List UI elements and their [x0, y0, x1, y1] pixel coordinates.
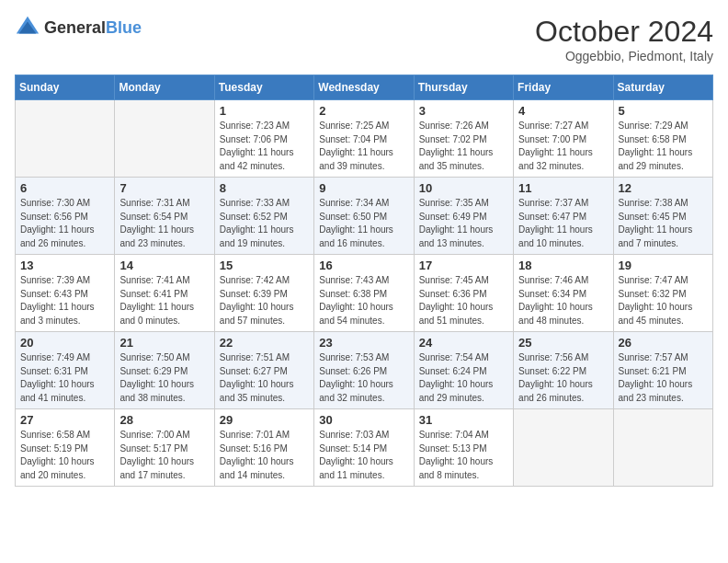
- day-number: 20: [20, 336, 109, 350]
- day-info: Sunrise: 7:50 AM Sunset: 6:29 PM Dayligh…: [119, 351, 209, 405]
- day-number: 3: [419, 104, 508, 118]
- calendar-cell: 25Sunrise: 7:56 AM Sunset: 6:22 PM Dayli…: [514, 332, 613, 409]
- day-number: 21: [119, 336, 209, 350]
- day-number: 12: [619, 181, 708, 195]
- month-title: October 2024: [535, 15, 713, 49]
- calendar-cell: 9Sunrise: 7:34 AM Sunset: 6:50 PM Daylig…: [314, 178, 414, 255]
- calendar-cell: [613, 409, 712, 487]
- day-number: 8: [220, 181, 309, 195]
- day-info: Sunrise: 7:38 AM Sunset: 6:45 PM Dayligh…: [619, 197, 708, 250]
- day-number: 31: [419, 413, 508, 427]
- page-header: GeneralBlue October 2024 Oggebbio, Piedm…: [15, 15, 713, 63]
- weekday-header-wednesday: Wednesday: [314, 75, 414, 100]
- calendar-cell: 13Sunrise: 7:39 AM Sunset: 6:43 PM Dayli…: [16, 255, 115, 332]
- day-number: 30: [319, 413, 408, 427]
- day-number: 25: [518, 336, 608, 350]
- day-info: Sunrise: 7:53 AM Sunset: 6:26 PM Dayligh…: [319, 351, 408, 405]
- calendar-cell: 15Sunrise: 7:42 AM Sunset: 6:39 PM Dayli…: [214, 255, 313, 332]
- day-info: Sunrise: 7:39 AM Sunset: 6:43 PM Dayligh…: [20, 274, 109, 327]
- day-info: Sunrise: 7:34 AM Sunset: 6:50 PM Dayligh…: [319, 197, 408, 250]
- logo-blue-text: Blue: [106, 18, 142, 37]
- day-info: Sunrise: 7:04 AM Sunset: 5:13 PM Dayligh…: [419, 429, 508, 482]
- day-number: 10: [419, 181, 508, 195]
- day-info: Sunrise: 7:57 AM Sunset: 6:21 PM Dayligh…: [619, 351, 708, 405]
- calendar-cell: 5Sunrise: 7:29 AM Sunset: 6:58 PM Daylig…: [613, 100, 712, 178]
- weekday-header-row: SundayMondayTuesdayWednesdayThursdayFrid…: [16, 75, 713, 100]
- day-info: Sunrise: 7:25 AM Sunset: 7:04 PM Dayligh…: [319, 120, 408, 173]
- calendar-cell: 23Sunrise: 7:53 AM Sunset: 6:26 PM Dayli…: [314, 332, 414, 409]
- calendar-cell: 26Sunrise: 7:57 AM Sunset: 6:21 PM Dayli…: [613, 332, 712, 409]
- calendar-cell: 21Sunrise: 7:50 AM Sunset: 6:29 PM Dayli…: [115, 332, 214, 409]
- day-info: Sunrise: 6:58 AM Sunset: 5:19 PM Dayligh…: [20, 429, 109, 482]
- day-number: 19: [619, 259, 708, 272]
- day-info: Sunrise: 7:29 AM Sunset: 6:58 PM Dayligh…: [619, 120, 708, 173]
- day-info: Sunrise: 7:33 AM Sunset: 6:52 PM Dayligh…: [220, 197, 309, 250]
- day-info: Sunrise: 7:00 AM Sunset: 5:17 PM Dayligh…: [119, 429, 209, 482]
- calendar-cell: 10Sunrise: 7:35 AM Sunset: 6:49 PM Dayli…: [414, 178, 513, 255]
- calendar-table: SundayMondayTuesdayWednesdayThursdayFrid…: [15, 75, 713, 487]
- calendar-cell: 3Sunrise: 7:26 AM Sunset: 7:02 PM Daylig…: [414, 100, 513, 178]
- calendar-cell: 17Sunrise: 7:45 AM Sunset: 6:36 PM Dayli…: [414, 255, 513, 332]
- calendar-cell: 27Sunrise: 6:58 AM Sunset: 5:19 PM Dayli…: [16, 409, 115, 487]
- calendar-cell: 24Sunrise: 7:54 AM Sunset: 6:24 PM Dayli…: [414, 332, 513, 409]
- calendar-cell: 7Sunrise: 7:31 AM Sunset: 6:54 PM Daylig…: [115, 178, 214, 255]
- day-number: 7: [119, 181, 209, 195]
- calendar-week-3: 13Sunrise: 7:39 AM Sunset: 6:43 PM Dayli…: [16, 255, 713, 332]
- calendar-cell: 8Sunrise: 7:33 AM Sunset: 6:52 PM Daylig…: [214, 178, 313, 255]
- day-number: 14: [119, 259, 209, 272]
- weekday-header-tuesday: Tuesday: [214, 75, 313, 100]
- weekday-header-thursday: Thursday: [414, 75, 513, 100]
- day-info: Sunrise: 7:03 AM Sunset: 5:14 PM Dayligh…: [319, 429, 408, 482]
- title-block: October 2024 Oggebbio, Piedmont, Italy: [535, 15, 713, 63]
- day-info: Sunrise: 7:01 AM Sunset: 5:16 PM Dayligh…: [220, 429, 309, 482]
- calendar-cell: 6Sunrise: 7:30 AM Sunset: 6:56 PM Daylig…: [16, 178, 115, 255]
- day-info: Sunrise: 7:46 AM Sunset: 6:34 PM Dayligh…: [518, 274, 608, 327]
- day-info: Sunrise: 7:56 AM Sunset: 6:22 PM Dayligh…: [518, 351, 608, 405]
- day-info: Sunrise: 7:26 AM Sunset: 7:02 PM Dayligh…: [419, 120, 508, 173]
- day-info: Sunrise: 7:43 AM Sunset: 6:38 PM Dayligh…: [319, 274, 408, 327]
- day-info: Sunrise: 7:37 AM Sunset: 6:47 PM Dayligh…: [518, 197, 608, 250]
- day-info: Sunrise: 7:30 AM Sunset: 6:56 PM Dayligh…: [20, 197, 109, 250]
- day-info: Sunrise: 7:41 AM Sunset: 6:41 PM Dayligh…: [119, 274, 209, 327]
- calendar-week-5: 27Sunrise: 6:58 AM Sunset: 5:19 PM Dayli…: [16, 409, 713, 487]
- calendar-cell: 1Sunrise: 7:23 AM Sunset: 7:06 PM Daylig…: [214, 100, 313, 178]
- day-info: Sunrise: 7:47 AM Sunset: 6:32 PM Dayligh…: [619, 274, 708, 327]
- calendar-week-1: 1Sunrise: 7:23 AM Sunset: 7:06 PM Daylig…: [16, 100, 713, 178]
- day-number: 1: [220, 104, 309, 118]
- day-number: 17: [419, 259, 508, 272]
- weekday-header-friday: Friday: [514, 75, 613, 100]
- calendar-cell: 16Sunrise: 7:43 AM Sunset: 6:38 PM Dayli…: [314, 255, 414, 332]
- calendar-cell: 11Sunrise: 7:37 AM Sunset: 6:47 PM Dayli…: [514, 178, 613, 255]
- calendar-cell: [514, 409, 613, 487]
- calendar-cell: 29Sunrise: 7:01 AM Sunset: 5:16 PM Dayli…: [214, 409, 313, 487]
- calendar-week-2: 6Sunrise: 7:30 AM Sunset: 6:56 PM Daylig…: [16, 178, 713, 255]
- day-number: 27: [20, 413, 109, 427]
- day-info: Sunrise: 7:23 AM Sunset: 7:06 PM Dayligh…: [220, 120, 309, 173]
- weekday-header-sunday: Sunday: [16, 75, 115, 100]
- weekday-header-monday: Monday: [115, 75, 214, 100]
- calendar-cell: 2Sunrise: 7:25 AM Sunset: 7:04 PM Daylig…: [314, 100, 414, 178]
- calendar-cell: 18Sunrise: 7:46 AM Sunset: 6:34 PM Dayli…: [514, 255, 613, 332]
- calendar-cell: 31Sunrise: 7:04 AM Sunset: 5:13 PM Dayli…: [414, 409, 513, 487]
- logo-general-text: General: [44, 18, 106, 37]
- location-text: Oggebbio, Piedmont, Italy: [535, 49, 713, 63]
- day-number: 6: [20, 181, 109, 195]
- calendar-cell: [115, 100, 214, 178]
- day-number: 5: [619, 104, 708, 118]
- logo-icon: [15, 15, 40, 40]
- calendar-cell: 30Sunrise: 7:03 AM Sunset: 5:14 PM Dayli…: [314, 409, 414, 487]
- day-info: Sunrise: 7:27 AM Sunset: 7:00 PM Dayligh…: [518, 120, 608, 173]
- calendar-cell: [16, 100, 115, 178]
- day-number: 28: [119, 413, 209, 427]
- calendar-cell: 12Sunrise: 7:38 AM Sunset: 6:45 PM Dayli…: [613, 178, 712, 255]
- calendar-cell: 14Sunrise: 7:41 AM Sunset: 6:41 PM Dayli…: [115, 255, 214, 332]
- day-number: 2: [319, 104, 408, 118]
- day-info: Sunrise: 7:49 AM Sunset: 6:31 PM Dayligh…: [20, 351, 109, 405]
- day-number: 23: [319, 336, 408, 350]
- day-number: 24: [419, 336, 508, 350]
- day-info: Sunrise: 7:45 AM Sunset: 6:36 PM Dayligh…: [419, 274, 508, 327]
- day-number: 9: [319, 181, 408, 195]
- day-number: 13: [20, 259, 109, 272]
- day-number: 22: [220, 336, 309, 350]
- calendar-cell: 22Sunrise: 7:51 AM Sunset: 6:27 PM Dayli…: [214, 332, 313, 409]
